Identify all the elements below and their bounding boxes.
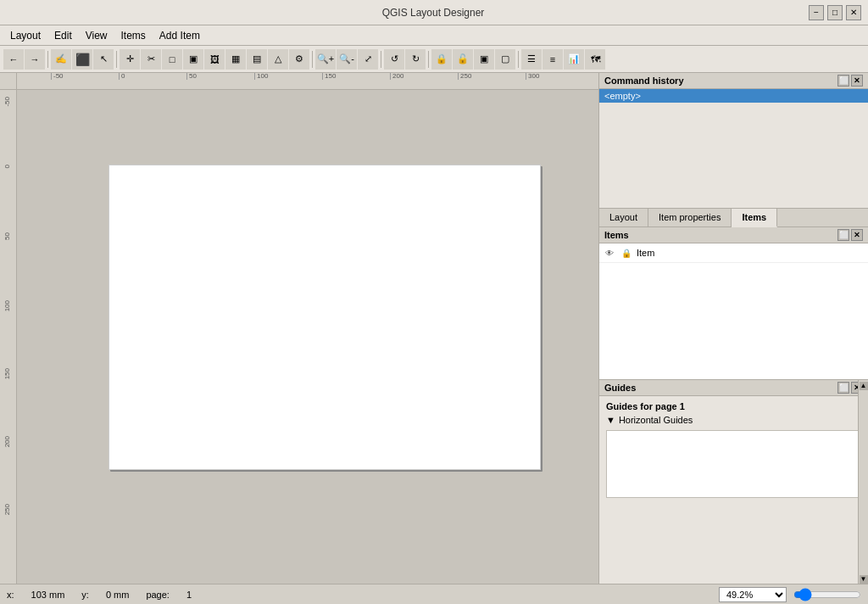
title-bar: QGIS Layout Designer − □ ✕: [0, 0, 868, 25]
item-tool-6[interactable]: ▦: [225, 49, 246, 70]
lock-icon[interactable]: 🔒: [620, 246, 633, 260]
ruler-tick: 250: [458, 73, 471, 80]
menu-edit[interactable]: Edit: [47, 28, 79, 43]
menu-add-item[interactable]: Add Item: [153, 28, 207, 43]
select-tool-button[interactable]: ⬛: [72, 49, 92, 70]
tab-items[interactable]: Items: [732, 209, 777, 227]
items-panel-header: Items ⬜ ✕: [599, 227, 868, 243]
minimize-button[interactable]: −: [809, 5, 824, 20]
group-button[interactable]: ▣: [474, 49, 494, 70]
items-panel-undock[interactable]: ⬜: [837, 229, 849, 241]
tab-layout[interactable]: Layout: [599, 209, 648, 226]
atlas-button[interactable]: 🗺: [585, 49, 605, 70]
canvas-area[interactable]: [17, 90, 598, 584]
item-tool-4[interactable]: ▣: [183, 49, 203, 70]
canvas-container: -50 0 50 100 150 200 250: [0, 90, 598, 584]
select-arrow-button[interactable]: ↖: [93, 49, 114, 70]
x-coord-label: x:: [7, 590, 14, 600]
scroll-down-button[interactable]: ▼: [860, 575, 868, 584]
pan-tool-button[interactable]: ✍: [51, 49, 71, 70]
main-area: -50 0 50 100 150 200 250 300 -50 0 50 10…: [0, 73, 868, 584]
ruler-tick: 0: [119, 73, 125, 80]
item-tool-3[interactable]: □: [162, 49, 182, 70]
restore-button[interactable]: □: [827, 5, 843, 20]
refresh-button[interactable]: ↺: [384, 49, 404, 70]
zoom-in-button[interactable]: 🔍+: [315, 49, 336, 70]
page-canvas[interactable]: [108, 165, 541, 470]
item-tool-5[interactable]: 🖼: [204, 49, 225, 70]
toolbar-separator-4: [381, 51, 381, 68]
toolbar-separator-5: [428, 51, 429, 68]
panel-header-controls: ⬜ ✕: [837, 75, 863, 87]
ruler-tick: 50: [186, 73, 197, 80]
toolbar-separator-2: [116, 51, 117, 68]
canvas-wrapper: -50 0 50 100 150 200 250 300 -50 0 50 10…: [0, 73, 598, 584]
panel-close-button[interactable]: ✕: [851, 75, 863, 87]
item-tool-2[interactable]: ✂: [141, 49, 161, 70]
page-label: page:: [146, 590, 170, 600]
ungroup-button[interactable]: ▢: [495, 49, 515, 70]
ruler-tick: -50: [51, 73, 64, 80]
guides-triangle-icon: ▼: [606, 415, 615, 425]
chart-button[interactable]: 📊: [564, 49, 584, 70]
ruler-corner: [0, 73, 17, 90]
close-button[interactable]: ✕: [846, 5, 861, 20]
guides-scrollbar[interactable]: ▲ ▼: [858, 380, 868, 584]
ruler-tick: 150: [322, 73, 336, 80]
toolbar: ← → ✍ ⬛ ↖ ✛ ✂ □ ▣ 🖼 ▦ ▤ △ ⚙ 🔍+ 🔍- ⤢ ↺ ↻ …: [0, 46, 868, 73]
lock-button[interactable]: 🔒: [431, 49, 452, 70]
guides-list-box: [606, 430, 861, 498]
menu-layout[interactable]: Layout: [3, 28, 47, 43]
scroll-up-button[interactable]: ▲: [860, 382, 868, 390]
page-value: 1: [186, 590, 192, 600]
window-controls: − □ ✕: [809, 5, 861, 20]
items-panel-close[interactable]: ✕: [851, 229, 863, 241]
items-panel: Items ⬜ ✕ 👁 🔒 Item: [599, 227, 868, 380]
guides-undock[interactable]: ⬜: [837, 382, 849, 394]
undo-button[interactable]: ←: [3, 49, 24, 70]
zoom-select[interactable]: 49.2% 25% 50% 75% 100% 150% 200%: [719, 587, 787, 602]
ruler-tick: 100: [254, 73, 268, 80]
menu-bar: Layout Edit View Items Add Item: [0, 25, 868, 46]
x-coord-value: 103 mm: [31, 590, 65, 600]
items-panel-controls: ⬜ ✕: [837, 229, 863, 241]
ruler-tick: 200: [390, 73, 403, 80]
list-item[interactable]: 👁 🔒 Item: [599, 243, 868, 263]
guides-page-label: Guides for page 1: [603, 400, 865, 413]
item-tool-9[interactable]: ⚙: [289, 49, 309, 70]
guides-panel-title: Guides: [604, 383, 636, 393]
right-panel: Command history ⬜ ✕ <empty> Layout Item …: [598, 73, 868, 584]
menu-items[interactable]: Items: [114, 28, 153, 43]
refresh2-button[interactable]: ↻: [405, 49, 426, 70]
zoom-slider[interactable]: [793, 588, 861, 601]
align-button[interactable]: ☰: [521, 49, 542, 70]
tab-item-properties[interactable]: Item properties: [648, 209, 732, 226]
vertical-ruler: -50 0 50 100 150 200 250: [0, 90, 17, 584]
visibility-icon[interactable]: 👁: [603, 246, 616, 260]
zoom-fit-button[interactable]: ⤢: [358, 49, 378, 70]
guides-panel: Guides ⬜ ✕ Guides for page 1 ▼ Horizonta…: [599, 380, 868, 584]
command-history-empty[interactable]: <empty>: [599, 89, 868, 103]
item-tool-8[interactable]: △: [268, 49, 288, 70]
zoom-out-button[interactable]: 🔍-: [337, 49, 357, 70]
command-history-header: Command history ⬜ ✕: [599, 73, 868, 89]
status-bar-right: 49.2% 25% 50% 75% 100% 150% 200%: [719, 587, 861, 602]
unlock-button[interactable]: 🔓: [453, 49, 473, 70]
items-list: 👁 🔒 Item: [599, 243, 868, 379]
item-tool-1[interactable]: ✛: [120, 49, 140, 70]
guides-horizontal-label: ▼ Horizontal Guides: [603, 413, 865, 427]
y-coord-label: y:: [81, 590, 89, 600]
ruler-row: -50 0 50 100 150 200 250 300: [0, 73, 598, 90]
panel-tabs: Layout Item properties Items: [599, 209, 868, 227]
guides-horizontal-text: Horizontal Guides: [619, 415, 693, 425]
item-label: Item: [637, 248, 654, 258]
status-bar: x: 103 mm y: 0 mm page: 1 49.2% 25% 50% …: [0, 584, 868, 604]
redo-button[interactable]: →: [25, 49, 45, 70]
command-history-section: Command history ⬜ ✕ <empty>: [599, 73, 868, 209]
panel-undock-button[interactable]: ⬜: [837, 75, 849, 87]
distribute-button[interactable]: ≡: [542, 49, 563, 70]
menu-view[interactable]: View: [79, 28, 114, 43]
command-history-title: Command history: [604, 76, 684, 86]
toolbar-separator-3: [312, 51, 313, 68]
item-tool-7[interactable]: ▤: [247, 49, 267, 70]
